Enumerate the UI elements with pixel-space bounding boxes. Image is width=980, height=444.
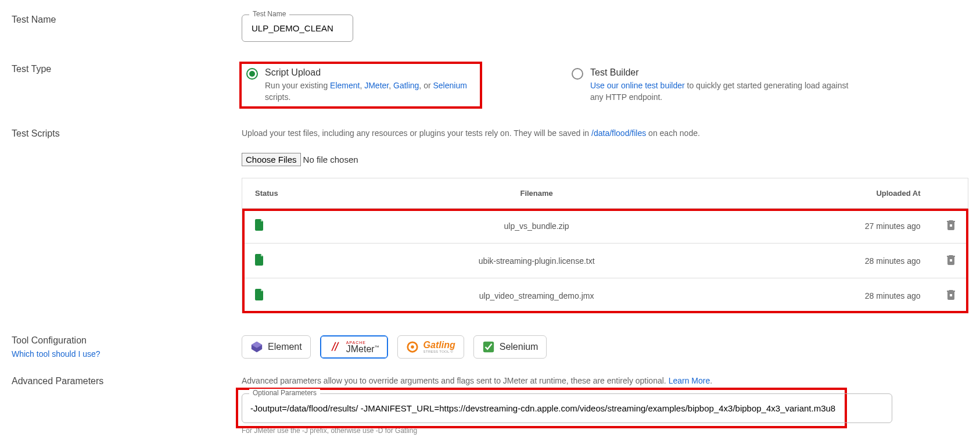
- advanced-help: Advanced parameters allow you to overrid…: [242, 376, 968, 385]
- test-name-input[interactable]: [242, 15, 353, 41]
- link-learn-more[interactable]: Learn More: [669, 376, 710, 385]
- radio-test-builder[interactable]: Test Builder Use our online test builder…: [567, 64, 868, 106]
- link-selenium[interactable]: Selenium: [433, 81, 466, 90]
- filename: ulp_video_streaming_demo.jmx: [291, 278, 782, 313]
- link-which-tool[interactable]: Which tool should I use?: [12, 349, 242, 359]
- th-status: Status: [242, 178, 291, 209]
- label-tool-config: Tool Configuration: [12, 335, 87, 345]
- radio-desc: Run your existing Element, JMeter, Gatli…: [265, 80, 475, 103]
- tool-label: Element: [268, 342, 302, 352]
- radio-icon: [572, 68, 583, 80]
- element-icon: [250, 341, 263, 353]
- radio-title: Script Upload: [265, 67, 475, 78]
- file-chooser[interactable]: Choose Files No file chosen: [242, 153, 968, 166]
- svg-point-6: [411, 345, 414, 349]
- link-online-builder[interactable]: Use our online test builder: [590, 81, 685, 90]
- test-name-field[interactable]: Test Name: [242, 15, 353, 42]
- label-advanced: Advanced Parameters: [12, 376, 242, 386]
- table-row: ulp_vs_bundle.zip 27 minutes ago: [242, 209, 968, 244]
- uploaded-at: 27 minutes ago: [782, 209, 934, 244]
- tool-label: Gatling: [423, 341, 455, 350]
- svg-rect-1: [950, 259, 952, 262]
- delete-icon[interactable]: [947, 220, 955, 230]
- radio-desc: Use our online test builder to quickly g…: [590, 80, 863, 103]
- filename: ulp_vs_bundle.zip: [291, 209, 782, 244]
- file-icon: [255, 219, 264, 231]
- radio-script-upload[interactable]: Script Upload Run your existing Element,…: [242, 64, 480, 106]
- tool-label: JMeter: [346, 344, 375, 354]
- link-gatling[interactable]: Gatling: [393, 81, 419, 90]
- th-filename: Filename: [291, 178, 782, 209]
- th-uploaded: Uploaded At: [782, 178, 934, 209]
- radio-icon: [246, 68, 258, 80]
- table-row: ubik-streaming-plugin.license.txt 28 min…: [242, 244, 968, 278]
- tool-jmeter[interactable]: APACHE JMeter™: [320, 335, 388, 359]
- filename: ubik-streaming-plugin.license.txt: [291, 244, 782, 278]
- gatling-icon: [406, 341, 419, 353]
- optional-params-float-label: Optional Parameters: [249, 389, 320, 397]
- file-icon: [255, 254, 264, 266]
- label-test-name: Test Name: [12, 15, 242, 25]
- tool-gatling[interactable]: Gatling STRESS TOOL ©: [397, 335, 464, 359]
- svg-rect-0: [950, 224, 952, 227]
- selenium-icon: [482, 341, 495, 353]
- tool-element[interactable]: Element: [242, 335, 311, 359]
- test-name-float-label: Test Name: [249, 10, 289, 18]
- file-chooser-status: No file chosen: [303, 155, 358, 164]
- file-icon: [255, 289, 264, 300]
- scripts-help: Upload your test files, including any re…: [242, 128, 968, 138]
- tool-selenium[interactable]: Selenium: [473, 335, 547, 359]
- link-jmeter[interactable]: JMeter: [364, 81, 389, 90]
- choose-files-button[interactable]: Choose Files: [242, 153, 301, 166]
- link-element[interactable]: Element: [330, 81, 360, 90]
- files-table: Status Filename Uploaded At ulp_vs_bundl…: [242, 178, 968, 313]
- th-delete: [934, 178, 968, 209]
- label-test-scripts: Test Scripts: [12, 128, 242, 139]
- uploaded-at: 28 minutes ago: [782, 244, 934, 278]
- link-files-path[interactable]: /data/flood/files: [591, 128, 646, 138]
- optional-params-field[interactable]: Optional Parameters: [242, 393, 892, 423]
- delete-icon[interactable]: [947, 255, 955, 265]
- radio-title: Test Builder: [590, 67, 863, 78]
- table-row: ulp_video_streaming_demo.jmx 28 minutes …: [242, 278, 968, 313]
- svg-rect-2: [950, 294, 952, 296]
- optional-params-input[interactable]: [242, 394, 892, 422]
- label-test-type: Test Type: [12, 64, 242, 74]
- advanced-footnote: For JMeter use the -J prefix, otherwise …: [242, 427, 968, 435]
- tool-label: Selenium: [500, 342, 539, 352]
- jmeter-icon: [329, 341, 342, 353]
- delete-icon[interactable]: [947, 289, 955, 300]
- uploaded-at: 28 minutes ago: [782, 278, 934, 313]
